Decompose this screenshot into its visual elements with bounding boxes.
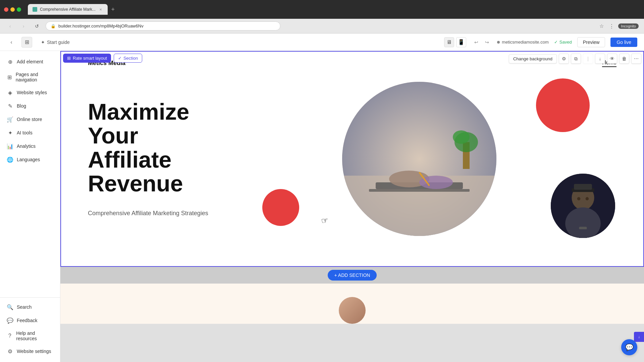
pages-icon: ⊞	[7, 74, 12, 80]
maximize-button[interactable]	[17, 7, 21, 12]
hero-content: Maximize Your Affiliate Revenue Comprehe…	[88, 100, 222, 218]
styles-icon: ◈	[7, 89, 13, 96]
minimize-button[interactable]	[10, 7, 15, 12]
traffic-lights	[4, 7, 21, 12]
sidebar-item-languages[interactable]: 🌐 Languages	[1, 153, 59, 166]
close-button[interactable]	[4, 7, 8, 12]
tab-close-button[interactable]: ✕	[98, 7, 103, 12]
red-circle-medium	[262, 189, 299, 226]
golive-button[interactable]: Go live	[610, 38, 637, 47]
tab-favicon	[33, 7, 37, 12]
store-icon: 🛒	[7, 116, 13, 123]
svg-point-16	[586, 197, 589, 200]
site-name: meticsmediamosite.com	[497, 40, 548, 45]
desktop-device-button[interactable]: 🖥	[444, 37, 454, 47]
check-section-icon: ✓	[118, 56, 122, 61]
address-bar[interactable]: 🔒 builder.hostinger.com/mp8Mp4bjORuaw6Nv	[46, 21, 280, 31]
sidebar-item-online-store[interactable]: 🛒 Online store	[1, 113, 59, 126]
sidebar-item-website-settings[interactable]: ⚙ Website settings	[1, 345, 59, 358]
section-toolbar: ⊞ Rate smart layout ✓ Section	[63, 54, 142, 63]
preview-button[interactable]: Preview	[577, 37, 605, 47]
site-dot	[497, 41, 500, 44]
svg-rect-3	[369, 189, 470, 192]
move-down-button[interactable]: ↓	[595, 54, 605, 64]
video-person-thumbnail	[551, 174, 615, 238]
rate-smart-layout-button[interactable]: ⊞ Rate smart layout	[63, 54, 111, 63]
tab-bar: Comprehensive Affiliate Mark... ✕ +	[28, 4, 117, 15]
search-icon: 🔍	[7, 304, 13, 310]
sidebar-bottom: 🔍 Search 💬 Feedback ? Help and resources…	[0, 297, 60, 358]
reload-button[interactable]: ↺	[32, 21, 42, 31]
new-tab-button[interactable]: +	[109, 5, 117, 13]
url-text: builder.hostinger.com/mp8Mp4bjORuaw6Nv	[58, 23, 144, 28]
tab-title: Comprehensive Affiliate Mark...	[40, 7, 96, 12]
sidebar-item-pages-navigation[interactable]: ⊞ Pages and navigation	[1, 68, 59, 86]
sidebar-item-search[interactable]: 🔍 Search	[1, 300, 59, 314]
sidebar-item-feedback[interactable]: 💬 Feedback	[1, 314, 59, 327]
section-badge[interactable]: ✓ Section	[114, 54, 142, 63]
sidebar-item-analytics[interactable]: 📊 Analytics	[1, 139, 59, 153]
red-circle-large	[536, 78, 590, 132]
address-bar-row: ‹ › ↺ 🔒 builder.hostinger.com/mp8Mp4bjOR…	[0, 19, 644, 34]
sidebar: ⊕ Add element ⊞ Pages and navigation ◈ W…	[0, 51, 60, 362]
device-buttons: 🖥 📱	[444, 37, 466, 47]
preview-person-circle	[339, 297, 366, 324]
hero-circle-image	[342, 82, 496, 236]
analytics-icon: 📊	[7, 143, 13, 149]
sidebar-item-ai-tools[interactable]: ✦ AI tools	[1, 126, 59, 139]
mobile-device-button[interactable]: 📱	[456, 37, 466, 47]
compass-icon: ✦	[41, 40, 45, 45]
add-icon: ⊕	[7, 58, 13, 65]
help-icon: ?	[7, 333, 13, 339]
video-overlay	[549, 172, 616, 239]
add-section-button[interactable]: + ADD SECTION	[328, 270, 377, 281]
redo-button[interactable]: ↪	[482, 38, 492, 47]
back-button[interactable]: ‹	[7, 38, 16, 47]
start-guide-button[interactable]: ✦ Start guide	[38, 38, 73, 46]
duplicate-action-button[interactable]: ⧉	[571, 54, 581, 64]
undo-button[interactable]: ↩	[472, 38, 481, 47]
settings-icon[interactable]: ⋮	[608, 23, 615, 29]
scroll-indicator[interactable]: ↓	[634, 332, 644, 342]
settings-sidebar-icon: ⚙	[7, 348, 13, 355]
svg-point-5	[419, 176, 453, 189]
back-nav-button[interactable]: ‹	[5, 21, 15, 31]
desktop-layout-button[interactable]: ⊞	[21, 37, 32, 48]
sidebar-item-blog[interactable]: ✎ Blog	[1, 99, 59, 113]
svg-rect-17	[579, 227, 587, 229]
separator-icon: |	[583, 54, 593, 64]
more-options-button[interactable]: ⋯	[631, 54, 641, 64]
change-background-button[interactable]: Change background	[509, 54, 557, 63]
ai-icon: ✦	[7, 129, 13, 136]
address-bar-right: ☆ ⋮ Incognito	[598, 23, 639, 29]
undo-redo-group: ↩ ↪	[472, 38, 492, 47]
sidebar-item-help-resources[interactable]: ? Help and resources	[1, 327, 59, 345]
check-icon: ✓	[554, 40, 558, 45]
layout-toggle: ⊞	[21, 37, 32, 48]
hero-photo-bg	[342, 82, 496, 236]
chat-widget-button[interactable]: 💬	[621, 339, 637, 355]
bookmark-icon[interactable]: ☆	[598, 23, 605, 29]
canvas-area: ⊞ Rate smart layout ✓ Section Change bac…	[60, 51, 644, 362]
sidebar-item-website-styles[interactable]: ◈ Website styles	[1, 86, 59, 99]
hero-title[interactable]: Maximize Your Affiliate Revenue	[88, 100, 222, 196]
main-layout: ⊕ Add element ⊞ Pages and navigation ◈ W…	[0, 51, 644, 362]
svg-point-8	[453, 130, 470, 144]
sidebar-item-add-element[interactable]: ⊕ Add element	[1, 55, 59, 68]
svg-point-14	[565, 207, 601, 239]
feedback-icon: 💬	[7, 317, 13, 324]
svg-point-15	[577, 197, 581, 200]
visibility-toggle-button[interactable]: 👁	[607, 54, 617, 64]
saved-badge: ✓ Saved	[554, 40, 572, 45]
settings-action-button[interactable]: ⚙	[559, 54, 569, 64]
forward-nav-button[interactable]: ›	[19, 21, 28, 31]
hero-section[interactable]: Metics Media Home Maximize Your Affiliat…	[60, 51, 644, 267]
active-tab[interactable]: Comprehensive Affiliate Mark... ✕	[28, 4, 108, 15]
delete-section-button[interactable]: 🗑	[619, 54, 629, 64]
hero-subtitle[interactable]: Comprehensive Affiliate Marketing Strate…	[88, 209, 222, 218]
next-section-preview	[60, 284, 644, 324]
topbar-right: 🖥 📱 ↩ ↪ meticsmediamosite.com ✓ Saved Pr…	[444, 37, 637, 47]
svg-rect-13	[574, 184, 592, 190]
hero-image-area	[222, 72, 616, 246]
browser-chrome: Comprehensive Affiliate Mark... ✕ +	[0, 0, 644, 19]
